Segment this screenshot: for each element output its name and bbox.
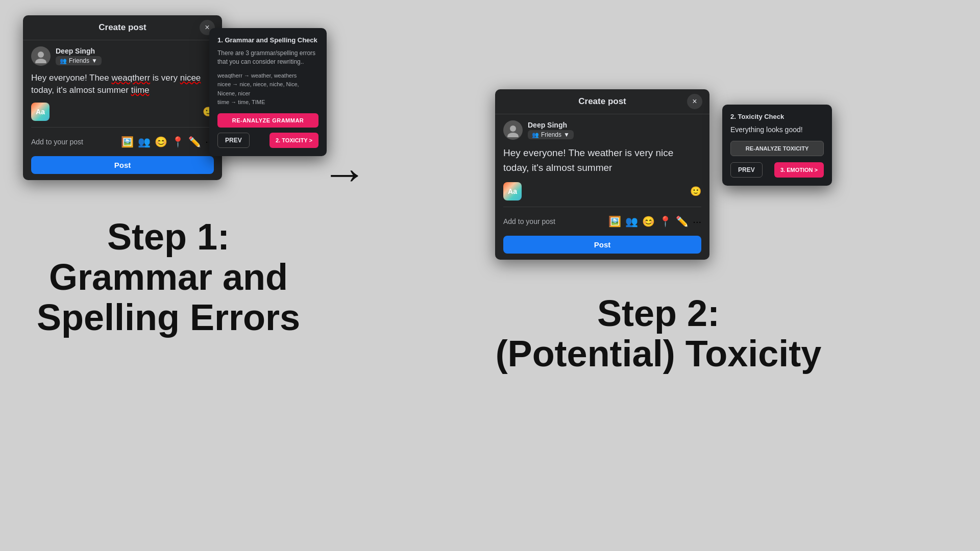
avatar-step2 [503, 120, 523, 140]
photo-icon-step1[interactable]: 🖼️ [121, 136, 134, 148]
friends-dropdown-step1[interactable]: 👥 Friends ▼ [56, 56, 102, 65]
reanalyze-toxicity-button[interactable]: RE-ANALYZE TOXICITY [730, 141, 824, 156]
post-text-step1: Hey everyone! Thee weaqtherr is very nic… [31, 72, 214, 96]
emoji-icon2-step2[interactable]: 😊 [642, 215, 655, 228]
right-section: Create post × Deep Singh [337, 0, 980, 551]
step2-card-container: Create post × Deep Singh [485, 89, 832, 283]
step1-line2: Grammar and [37, 257, 300, 297]
friends-dropdown-step2[interactable]: 👥 Friends ▼ [528, 130, 574, 139]
modal-title-step1: Create post [99, 22, 146, 33]
close-button-step2[interactable]: × [687, 94, 702, 109]
modal-title-step2: Create post [578, 96, 626, 107]
photo-icon-step2[interactable]: 🖼️ [608, 215, 621, 228]
next-button-step1[interactable]: 2. TOXICITY > [270, 133, 318, 148]
svg-point-3 [507, 133, 519, 137]
emoji-icon2-step1[interactable]: 😊 [155, 136, 167, 148]
svg-point-2 [510, 126, 516, 132]
people-icon-step1[interactable]: 👥 [138, 136, 151, 148]
reanalyze-grammar-button[interactable]: RE-ANALYZE GRAMMAR [217, 113, 318, 128]
add-to-post-label-step1: Add to your post [31, 138, 83, 146]
pencil-icon-step2[interactable]: ✏️ [676, 215, 689, 228]
post-text-step2: Hey everyone! The weather is very nice t… [503, 146, 701, 175]
toxicity-status: Everything looks good! [730, 126, 824, 134]
step2-line1: Step 2: [496, 293, 822, 334]
people-icon-step2[interactable]: 👥 [625, 215, 638, 228]
grammar-panel: 1. Grammar and Spelling Check There are … [209, 28, 327, 156]
svg-point-1 [35, 59, 46, 63]
step1-label: Step 1: Grammar and Spelling Errors [37, 217, 300, 338]
post-button-step2[interactable]: Post [503, 236, 701, 254]
avatar-step1 [31, 46, 51, 66]
grammar-panel-desc: There are 3 grammar/spelling errors that… [217, 49, 318, 66]
step2-label: Step 2: (Potential) Toxicity [496, 293, 822, 374]
create-post-modal-step1: Create post × Deep Singh [23, 15, 222, 180]
transition-arrow: → [322, 151, 368, 196]
toxicity-panel-title: 2. Toxicity Check [730, 113, 824, 120]
step2-line2: (Potential) Toxicity [496, 334, 822, 374]
location-icon-step2[interactable]: 📍 [659, 215, 672, 228]
emoji-icon-step1[interactable]: Aa [31, 103, 50, 121]
grammar-panel-title: 1. Grammar and Spelling Check [217, 36, 318, 44]
post-button-step1[interactable]: Post [31, 156, 214, 174]
more-icon-step2[interactable]: ··· [693, 216, 701, 228]
user-name-step1: Deep Singh [56, 47, 102, 55]
create-post-modal-step2: Create post × Deep Singh [495, 89, 709, 260]
location-icon-step1[interactable]: 📍 [172, 136, 184, 148]
user-name-step2: Deep Singh [528, 121, 574, 129]
svg-point-0 [38, 52, 44, 58]
emoji-icon-step2[interactable]: Aa [503, 182, 522, 201]
smiley-icon-step2: 🙂 [690, 186, 701, 197]
add-to-post-label-step2: Add to your post [503, 217, 555, 226]
prev-button-step2[interactable]: PREV [730, 162, 763, 178]
step1-line3: Spelling Errors [37, 297, 300, 338]
prev-button-step1[interactable]: PREV [217, 133, 250, 148]
step1-line1: Step 1: [37, 217, 300, 257]
next-button-step2[interactable]: 3. EMOTION > [774, 162, 824, 178]
toxicity-panel: 2. Toxicity Check Everything looks good!… [722, 105, 832, 186]
grammar-corrections: weaqtherr → weather, weathers nicee → ni… [217, 71, 318, 107]
pencil-icon-step1[interactable]: ✏️ [188, 136, 201, 148]
